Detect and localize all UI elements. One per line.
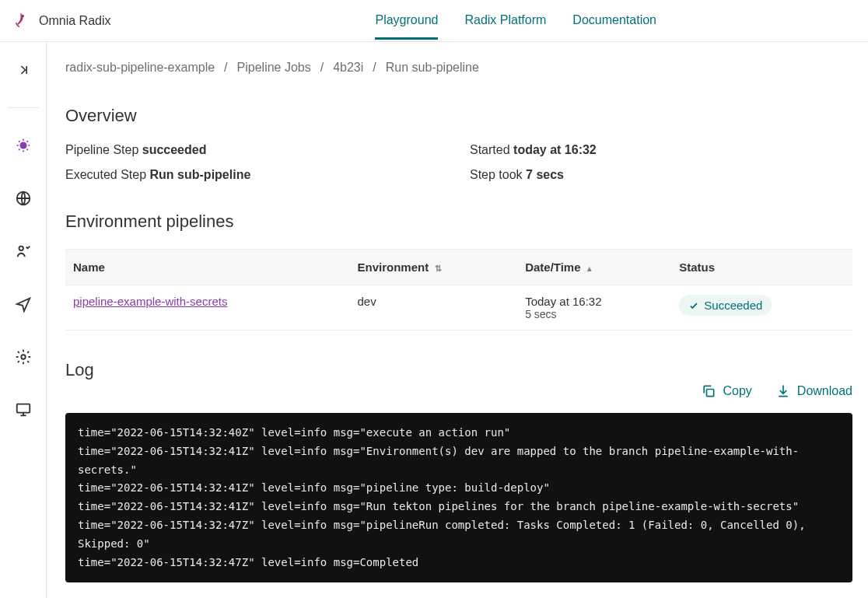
value: 7 secs [526,168,564,181]
col-name[interactable]: Name [65,250,350,285]
status-cell: Succeeded [671,285,852,330]
col-datetime[interactable]: Date/Time ▴ [517,250,671,285]
nav-radix-platform[interactable]: Radix Platform [464,2,546,40]
send-icon [15,296,32,313]
value: Run sub-pipeline [150,168,251,181]
svg-point-0 [22,15,23,16]
sidebar-item-deploy[interactable] [8,289,39,320]
executed-step-field: Executed Step Run sub-pipeline [65,168,470,182]
label: Started [470,143,510,156]
svg-point-12 [21,355,26,359]
dt-main: Today at 16:32 [525,295,663,308]
copy-label: Copy [723,384,751,398]
env-pipelines-table: Name Environment ⇅ Date/Time ▴ Status pi… [65,249,852,330]
table-row: pipeline-example-with-secrets dev Today … [65,285,852,330]
sort-both-icon: ⇅ [435,264,442,273]
svg-point-1 [19,142,26,149]
main-content: radix-sub-pipeline-example / Pipeline Jo… [47,42,868,598]
status-badge: Succeeded [679,295,772,316]
gear-icon [15,348,32,365]
sidebar-expand-button[interactable] [8,54,39,86]
env-pipelines-heading: Environment pipelines [65,212,852,232]
label: Pipeline Step [65,143,138,156]
chevron-expand-icon [16,62,31,78]
log-heading: Log [65,360,94,380]
sort-asc-icon: ▴ [587,264,592,273]
nav-playground[interactable]: Playground [375,2,438,40]
brand[interactable]: Omnia Radix [11,11,110,31]
divider [8,107,39,108]
value: succeeded [142,143,207,156]
col-label: Environment [358,261,429,274]
breadcrumb-separator: / [373,61,376,75]
svg-point-4 [16,145,18,146]
globe-icon [15,190,32,207]
svg-rect-14 [707,390,714,397]
nav-documentation[interactable]: Documentation [572,2,656,40]
pipeline-step-field: Pipeline Step succeeded [65,143,470,157]
breadcrumb-separator: / [224,61,227,75]
label: Executed Step [65,168,146,181]
copy-icon [701,383,716,399]
log-output[interactable]: time="2022-06-15T14:32:40Z" level=info m… [65,413,852,582]
breadcrumb: radix-sub-pipeline-example / Pipeline Jo… [65,61,852,75]
brand-name: Omnia Radix [39,14,110,28]
check-icon [688,300,699,311]
dt-sub: 5 secs [525,308,663,320]
radix-logo-icon [11,11,31,31]
virus-icon [15,137,32,154]
breadcrumb-item[interactable]: radix-sub-pipeline-example [65,61,215,75]
col-environment[interactable]: Environment ⇅ [350,250,518,285]
topbar: Omnia Radix Playground Radix Platform Do… [0,0,868,42]
value: today at 16:32 [513,143,597,156]
svg-point-7 [26,141,28,142]
breadcrumb-item[interactable]: Pipeline Jobs [237,61,311,75]
overview-grid: Pipeline Step succeeded Started today at… [65,143,852,182]
engineer-icon [15,243,32,260]
download-icon [775,383,791,399]
col-label: Date/Time [525,261,580,274]
table-header-row: Name Environment ⇅ Date/Time ▴ Status [65,250,852,285]
col-status[interactable]: Status [671,250,852,285]
svg-rect-13 [16,404,30,413]
top-navigation: Playground Radix Platform Documentation [375,2,656,40]
svg-point-8 [18,149,19,150]
sidebar [0,42,47,598]
breadcrumb-separator: / [320,61,324,75]
svg-point-3 [22,150,23,152]
step-took-field: Step took 7 secs [470,168,852,182]
download-button[interactable]: Download [775,383,852,399]
dt-cell: Today at 16:32 5 secs [517,285,671,330]
svg-point-9 [26,149,28,150]
label: Step took [470,168,523,181]
sidebar-item-settings[interactable] [8,341,39,372]
svg-point-6 [18,141,19,142]
status-text: Succeeded [704,299,762,312]
sidebar-item-environments[interactable] [8,183,39,214]
overview-heading: Overview [65,106,852,126]
sidebar-item-console[interactable] [8,394,39,425]
svg-point-5 [28,145,30,146]
sidebar-item-app[interactable] [8,130,39,161]
breadcrumb-item: Run sub-pipeline [386,61,479,75]
copy-button[interactable]: Copy [701,383,751,399]
pipeline-link[interactable]: pipeline-example-with-secrets [73,295,227,308]
started-field: Started today at 16:32 [470,143,852,157]
monitor-icon [15,401,32,418]
env-cell: dev [350,285,518,330]
download-label: Download [797,384,852,398]
svg-point-11 [19,247,23,251]
sidebar-item-jobs[interactable] [8,236,39,267]
svg-point-2 [22,139,23,141]
breadcrumb-item[interactable]: 4b23i [333,61,363,75]
